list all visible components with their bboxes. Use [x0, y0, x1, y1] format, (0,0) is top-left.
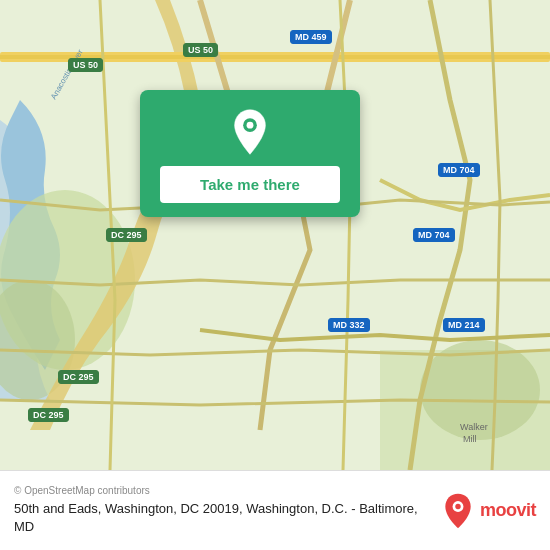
svg-text:Walker: Walker — [460, 422, 488, 432]
us50-left-badge: US 50 — [68, 58, 103, 72]
md704-mid-badge: MD 704 — [413, 228, 455, 242]
bottom-bar: © OpenStreetMap contributors 50th and Ea… — [0, 470, 550, 550]
map-pin-icon — [226, 108, 274, 156]
md214-badge: MD 214 — [443, 318, 485, 332]
address-text: 50th and Eads, Washington, DC 20019, Was… — [14, 500, 432, 536]
take-me-there-button[interactable]: Take me there — [160, 166, 340, 203]
md704-top-badge: MD 704 — [438, 163, 480, 177]
dc295-bot-badge: DC 295 — [58, 370, 99, 384]
us50-center-badge: US 50 — [183, 43, 218, 57]
svg-text:Mill: Mill — [463, 434, 477, 444]
dc295-bot2-badge: DC 295 — [28, 408, 69, 422]
md332-badge: MD 332 — [328, 318, 370, 332]
md459-badge: MD 459 — [290, 30, 332, 44]
svg-point-13 — [455, 503, 460, 508]
copyright-line: © OpenStreetMap contributors — [14, 485, 432, 496]
moovit-brand-text: moovit — [480, 500, 536, 521]
location-card: Take me there — [140, 90, 360, 217]
map-container[interactable]: Walker Mill Anacostia River US 50 US 50 … — [0, 0, 550, 470]
moovit-logo: moovit — [442, 492, 536, 530]
dc295-mid-badge: DC 295 — [106, 228, 147, 242]
address-info: © OpenStreetMap contributors 50th and Ea… — [14, 485, 432, 536]
moovit-pin-icon — [442, 492, 474, 530]
svg-point-11 — [247, 122, 254, 129]
